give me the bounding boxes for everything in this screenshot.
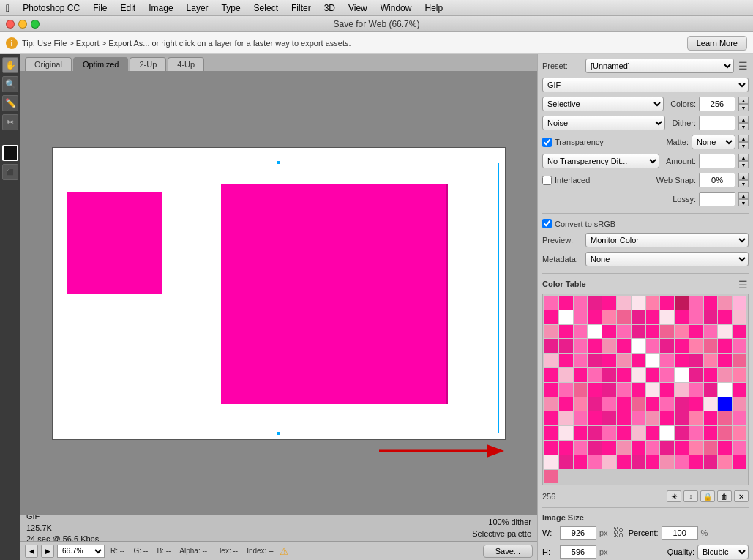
hand-tool-button[interactable]: ✋ [2,57,18,73]
matte-down-button[interactable]: ▼ [738,142,749,149]
color-cell-133[interactable] [646,426,660,440]
color-load-button[interactable]: ↕ [683,490,698,502]
transparency-checkbox[interactable] [542,138,552,147]
color-cell-34[interactable] [632,325,645,339]
color-cell-7[interactable] [646,296,660,310]
color-cell-72[interactable] [574,368,588,382]
color-cell-9[interactable] [675,296,689,310]
lossy-down-button[interactable]: ▼ [738,199,749,206]
dither-input[interactable] [699,116,735,130]
menu-type[interactable]: Type [216,1,247,15]
color-cell-69[interactable] [733,354,746,367]
color-cell-70[interactable] [544,368,558,382]
color-cell-44[interactable] [574,339,588,353]
color-cell-96[interactable] [718,383,732,397]
amount-up-button[interactable]: ▲ [738,154,749,161]
matte-up-button[interactable]: ▲ [738,135,749,142]
convert-srgb-checkbox[interactable] [542,219,552,228]
color-cell-18[interactable] [602,310,616,324]
color-cell-87[interactable] [588,383,602,397]
color-cell-110[interactable] [718,397,732,411]
metadata-select[interactable]: None Copyright All [585,252,749,266]
color-cell-8[interactable] [660,296,674,310]
color-cell-24[interactable] [689,310,703,324]
color-cell-138[interactable] [718,426,732,440]
amount-down-button[interactable]: ▼ [738,161,749,168]
color-cell-136[interactable] [689,426,703,440]
width-input[interactable] [560,526,596,540]
color-cell-45[interactable] [588,339,602,353]
color-cell-58[interactable] [574,354,588,367]
color-cell-131[interactable] [617,426,631,440]
color-cell-116[interactable] [602,411,616,425]
window-minimize-button[interactable] [18,20,27,29]
tab-optimized[interactable]: Optimized [73,57,129,71]
no-transparency-select[interactable]: No Transparency Dit... Diffusion Transpa… [542,154,659,168]
color-cell-123[interactable] [704,411,718,425]
color-delete-button[interactable]: 🗑 [717,490,732,502]
color-cell-103[interactable] [617,397,631,411]
color-cell-86[interactable] [574,383,588,397]
matte-select[interactable]: None White Black [692,135,735,149]
color-lock-button[interactable]: 🔒 [700,490,715,502]
color-cell-125[interactable] [733,411,746,425]
color-cell-157[interactable] [588,455,602,469]
menu-layer[interactable]: Layer [181,1,214,15]
color-cell-161[interactable] [646,455,660,469]
menu-edit[interactable]: Edit [115,1,142,15]
color-cell-164[interactable] [689,455,703,469]
color-cell-66[interactable] [689,354,703,367]
color-cell-159[interactable] [617,455,631,469]
color-new-button[interactable]: ☀ [667,490,681,502]
websnap-down-button[interactable]: ▼ [738,180,749,187]
color-cell-63[interactable] [646,354,660,367]
convert-srgb-label[interactable]: Convert to sRGB [542,219,615,228]
menu-window[interactable]: Window [375,1,418,15]
selective-select[interactable]: Selective Perceptual Adaptive Web [542,97,664,111]
zoom-tool-button[interactable]: 🔍 [2,76,18,92]
web-snap-input[interactable] [699,173,735,187]
color-cell-107[interactable] [675,397,689,411]
color-cell-167[interactable] [733,455,746,469]
color-cell-93[interactable] [675,383,689,397]
color-cell-19[interactable] [617,310,631,324]
color-cell-80[interactable] [689,368,703,382]
color-cell-121[interactable] [675,411,689,425]
interlaced-checkbox-label[interactable]: Interlaced [542,176,590,185]
format-select[interactable]: GIF PNG-8 PNG-24 JPEG [542,78,749,92]
color-cell-22[interactable] [660,310,674,324]
color-cell-29[interactable] [559,325,573,339]
color-cell-114[interactable] [574,411,588,425]
nav-back-button[interactable]: ◀ [25,545,38,558]
color-cell-109[interactable] [704,397,718,411]
color-cell-111[interactable] [733,397,746,411]
dither-down-button[interactable]: ▼ [738,123,749,130]
color-cell-168[interactable] [544,470,558,484]
color-cell-43[interactable] [559,339,573,353]
color-cell-156[interactable] [574,455,588,469]
color-cell-57[interactable] [559,354,573,367]
color-cell-71[interactable] [559,368,573,382]
color-cell-149[interactable] [675,441,689,455]
window-maximize-button[interactable] [31,20,40,29]
color-cell-105[interactable] [646,397,660,411]
color-cell-81[interactable] [704,368,718,382]
color-cell-154[interactable] [544,455,558,469]
color-cell-51[interactable] [675,339,689,353]
color-cell-150[interactable] [689,441,703,455]
color-cell-10[interactable] [689,296,703,310]
color-cell-50[interactable] [660,339,674,353]
color-cell-55[interactable] [733,339,746,353]
color-cell-160[interactable] [632,455,645,469]
color-cell-152[interactable] [718,441,732,455]
colors-input[interactable] [699,97,735,111]
color-cell-91[interactable] [646,383,660,397]
color-cell-148[interactable] [660,441,674,455]
color-cell-82[interactable] [718,368,732,382]
color-cell-104[interactable] [632,397,645,411]
color-cell-135[interactable] [675,426,689,440]
zoom-select[interactable]: 66.7% 50% 100% [57,545,105,558]
menu-help[interactable]: Help [419,1,449,15]
color-cell-143[interactable] [588,441,602,455]
color-cell-140[interactable] [544,441,558,455]
